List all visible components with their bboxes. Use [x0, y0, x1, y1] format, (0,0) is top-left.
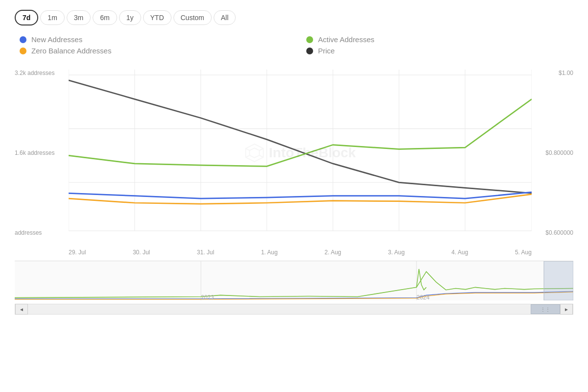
- legend-dot-zero-balance: [20, 48, 26, 54]
- new-addresses-line: [69, 192, 532, 198]
- legend-zero-balance: Zero Balance Addresses: [20, 47, 287, 55]
- x-label-0: 29. Jul: [69, 249, 86, 256]
- scroll-thumb[interactable]: ⋮⋮: [531, 304, 560, 314]
- x-label-2: 31. Jul: [197, 249, 214, 256]
- x-label-7: 5. Aug: [515, 249, 532, 256]
- scroll-right-arrow: ►: [564, 307, 569, 312]
- svg-rect-21: [544, 261, 573, 300]
- legend-label-price: Price: [318, 47, 335, 55]
- btn-custom[interactable]: Custom: [173, 10, 212, 25]
- scroll-left-arrow: ◄: [19, 307, 24, 312]
- active-addresses-line: [69, 99, 532, 166]
- btn-6m[interactable]: 6m: [93, 10, 117, 25]
- main-chart-svg: [69, 70, 532, 236]
- y-label-bot-right: $0.600000: [534, 229, 573, 236]
- y-label-bot-left: addresses: [15, 229, 69, 236]
- y-label-mid-right: $0.800000: [534, 149, 573, 156]
- svg-rect-18: [15, 261, 573, 300]
- x-label-4: 2. Aug: [324, 249, 341, 256]
- btn-1m[interactable]: 1m: [40, 10, 64, 25]
- y-label-mid-left: 1.6k addresses: [15, 149, 69, 156]
- y-label-top-right: $1.00: [534, 70, 573, 76]
- scroll-left-button[interactable]: ◄: [15, 304, 28, 315]
- x-label-6: 4. Aug: [451, 249, 468, 256]
- btn-7d[interactable]: 7d: [15, 10, 38, 25]
- btn-ytd[interactable]: YTD: [143, 10, 172, 25]
- y-label-top-left: 3.2k addresses: [15, 70, 69, 76]
- btn-3m[interactable]: 3m: [67, 10, 91, 25]
- legend-price: Price: [306, 47, 573, 55]
- scroll-handle-icon: ⋮⋮: [540, 307, 550, 312]
- legend-new-addresses: New Addresses: [20, 35, 287, 44]
- x-label-5: 3. Aug: [388, 249, 405, 256]
- price-line: [69, 80, 532, 193]
- chart-legend: New Addresses Active Addresses Zero Bala…: [15, 35, 573, 55]
- legend-label-active-addresses: Active Addresses: [318, 35, 374, 44]
- y-axis-left: 3.2k addresses 1.6k addresses addresses: [15, 70, 69, 236]
- nav-year-2023: 2023: [201, 294, 214, 301]
- nav-year-2024: 2024: [416, 294, 430, 301]
- chart-svg-wrapper: IntoTheBlock: [69, 70, 532, 236]
- btn-all[interactable]: All: [214, 10, 236, 25]
- scroll-right-button[interactable]: ►: [560, 304, 573, 315]
- x-label-3: 1. Aug: [261, 249, 278, 256]
- btn-1y[interactable]: 1y: [119, 10, 141, 25]
- main-chart-area: 3.2k addresses 1.6k addresses addresses …: [15, 70, 573, 256]
- navigator-svg: [15, 261, 573, 300]
- x-axis: 29. Jul 30. Jul 31. Jul 1. Aug 2. Aug 3.…: [69, 239, 532, 256]
- legend-label-zero-balance: Zero Balance Addresses: [31, 47, 111, 55]
- x-label-1: 30. Jul: [133, 249, 150, 256]
- legend-dot-new-addresses: [20, 36, 26, 43]
- legend-dot-price: [306, 48, 313, 54]
- legend-dot-active-addresses: [306, 36, 313, 43]
- legend-label-new-addresses: New Addresses: [31, 35, 82, 44]
- legend-active-addresses: Active Addresses: [306, 35, 573, 44]
- navigator: 2023 2024 ◄ ⋮⋮ ►: [15, 261, 573, 315]
- main-container: 7d 1m 3m 6m 1y YTD Custom All New Addres…: [0, 0, 588, 392]
- y-axis-right: $1.00 $0.800000 $0.600000: [534, 70, 573, 236]
- scroll-track[interactable]: ⋮⋮: [28, 304, 560, 314]
- navigator-scrollbar[interactable]: ◄ ⋮⋮ ►: [15, 304, 573, 315]
- time-range-bar: 7d 1m 3m 6m 1y YTD Custom All: [15, 10, 573, 25]
